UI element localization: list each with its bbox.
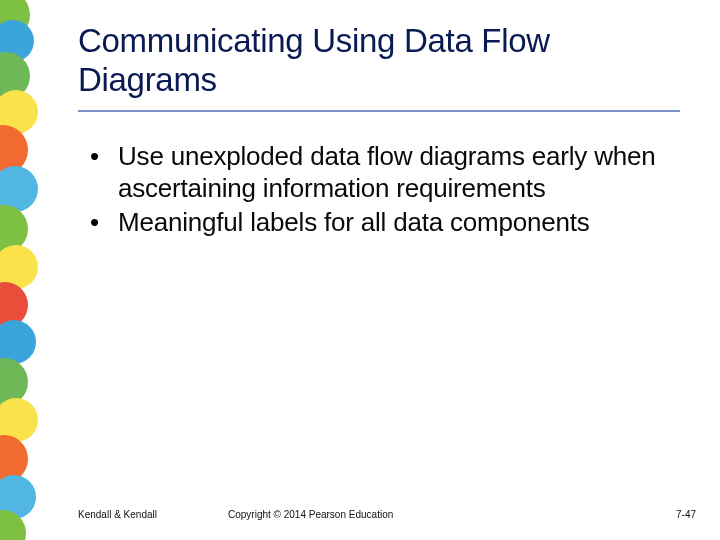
bullet-item: Use unexploded data flow diagrams early … [90,140,680,204]
slide-title: Communicating Using Data Flow Diagrams [78,22,680,112]
slide-content: Communicating Using Data Flow Diagrams U… [78,22,680,241]
sidebar-decoration [0,0,36,540]
footer-page-number: 7-47 [676,509,696,520]
footer-author: Kendall & Kendall [78,509,228,520]
slide-footer: Kendall & Kendall Copyright © 2014 Pears… [78,509,696,520]
bullet-list: Use unexploded data flow diagrams early … [78,140,680,239]
footer-copyright: Copyright © 2014 Pearson Education [228,509,393,520]
bullet-item: Meaningful labels for all data component… [90,206,680,238]
